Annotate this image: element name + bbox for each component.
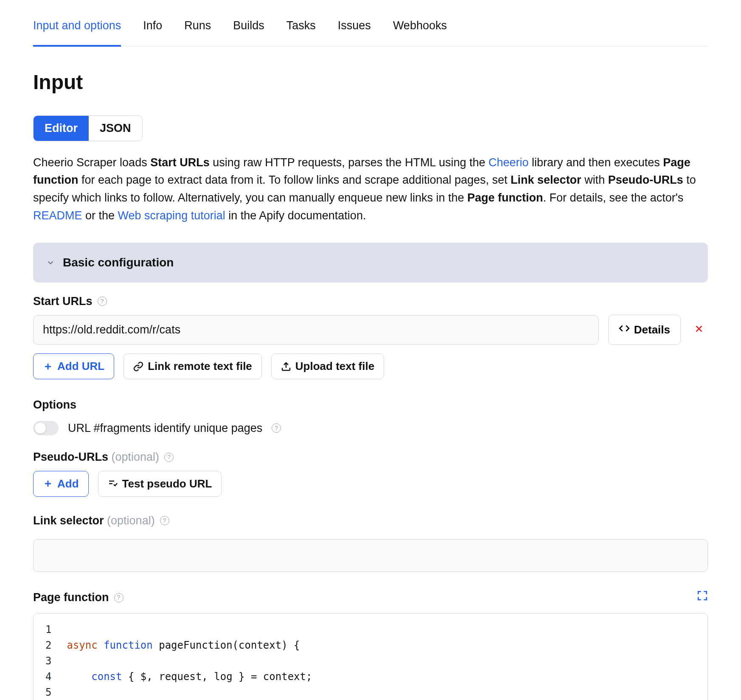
upload-file-label: Upload text file bbox=[295, 360, 374, 373]
upload-icon bbox=[281, 361, 291, 372]
code-token: { $, request, log } = context; bbox=[122, 671, 312, 683]
start-urls-label: Start URLs bbox=[33, 293, 93, 310]
desc-frag: . For details, see the actor's bbox=[543, 191, 684, 204]
tab-tasks[interactable]: Tasks bbox=[286, 17, 316, 46]
start-urls-buttons: Add URL Link remote text file Upload tex… bbox=[33, 353, 708, 379]
optional-text: (optional) bbox=[107, 514, 155, 527]
help-icon[interactable]: ? bbox=[164, 453, 174, 462]
section-basic-configuration[interactable]: Basic configuration bbox=[33, 243, 708, 283]
add-label: Add bbox=[57, 477, 79, 490]
start-url-row: Details bbox=[33, 315, 708, 345]
page-function-label: Page function bbox=[33, 589, 109, 606]
editor-json-toggle: Editor JSON bbox=[33, 115, 143, 141]
page-function-editor[interactable]: 123456789 async function pageFunction(co… bbox=[33, 613, 708, 700]
desc-frag: for each page to extract data from it. T… bbox=[78, 174, 511, 186]
code-gutter: 123456789 bbox=[34, 613, 59, 700]
pseudo-urls-label: Pseudo-URLs (optional) bbox=[33, 448, 159, 466]
tab-webhooks[interactable]: Webhooks bbox=[393, 17, 447, 46]
fragments-toggle-row: URL #fragments identify unique pages ? bbox=[33, 420, 708, 437]
section-title: Basic configuration bbox=[63, 254, 174, 272]
toggle-json[interactable]: JSON bbox=[89, 116, 142, 141]
help-icon[interactable]: ? bbox=[160, 516, 169, 525]
link-remote-label: Link remote text file bbox=[148, 360, 252, 373]
add-pseudo-url-button[interactable]: Add bbox=[33, 471, 89, 497]
link-selector-text: Link selector bbox=[33, 514, 107, 527]
desc-frag: in the Apify documentation. bbox=[225, 209, 366, 222]
link-icon bbox=[133, 361, 143, 372]
code-token: function bbox=[104, 639, 159, 651]
tab-issues[interactable]: Issues bbox=[338, 17, 371, 46]
desc-strong: Link selector bbox=[511, 174, 581, 186]
options-label: Options bbox=[33, 396, 76, 414]
code-token bbox=[67, 671, 91, 683]
tabs-bar: Input and options Info Runs Builds Tasks… bbox=[33, 0, 708, 47]
help-icon[interactable]: ? bbox=[114, 593, 124, 602]
pseudo-label-text: Pseudo-URLs bbox=[33, 451, 112, 463]
add-url-label: Add URL bbox=[57, 360, 104, 373]
details-label: Details bbox=[634, 323, 670, 336]
chevron-down-icon bbox=[46, 258, 55, 267]
options-label-row: Options bbox=[33, 396, 708, 414]
close-icon bbox=[693, 323, 705, 337]
link-cheerio[interactable]: Cheerio bbox=[488, 156, 529, 169]
tab-builds[interactable]: Builds bbox=[233, 17, 264, 46]
tab-info[interactable]: Info bbox=[143, 17, 162, 46]
tab-input-and-options[interactable]: Input and options bbox=[33, 17, 121, 46]
link-web-scraping-tutorial[interactable]: Web scraping tutorial bbox=[118, 209, 225, 222]
details-button[interactable]: Details bbox=[608, 315, 681, 345]
code-token: pageFunction(context) { bbox=[159, 639, 300, 651]
desc-strong: Pseudo-URLs bbox=[608, 174, 683, 186]
pseudo-urls-label-row: Pseudo-URLs (optional) ? bbox=[33, 448, 708, 466]
description-text: Cheerio Scraper loads Start URLs using r… bbox=[33, 154, 708, 225]
add-url-button[interactable]: Add URL bbox=[33, 353, 114, 379]
desc-frag: using raw HTTP requests, parses the HTML… bbox=[210, 156, 488, 169]
pseudo-urls-buttons: Add Test pseudo URL bbox=[33, 471, 708, 497]
fragments-label: URL #fragments identify unique pages bbox=[68, 420, 262, 437]
link-readme[interactable]: README bbox=[33, 209, 82, 222]
expand-icon[interactable] bbox=[697, 590, 708, 605]
help-icon[interactable]: ? bbox=[272, 423, 281, 433]
link-selector-label-row: Link selector (optional) ? bbox=[33, 512, 708, 529]
start-urls-label-row: Start URLs ? bbox=[33, 293, 708, 310]
start-url-input[interactable] bbox=[33, 315, 599, 344]
plus-icon bbox=[43, 479, 53, 489]
desc-frag: or the bbox=[82, 209, 118, 222]
code-token: async bbox=[67, 639, 104, 651]
test-pseudo-url-button[interactable]: Test pseudo URL bbox=[98, 471, 222, 497]
toggle-editor[interactable]: Editor bbox=[34, 116, 89, 141]
test-icon bbox=[108, 479, 118, 489]
desc-frag: Cheerio Scraper loads bbox=[33, 156, 150, 169]
code-token: const bbox=[91, 671, 122, 683]
help-icon[interactable]: ? bbox=[98, 297, 107, 306]
code-content[interactable]: async function pageFunction(context) { c… bbox=[59, 613, 595, 700]
link-selector-input[interactable] bbox=[33, 539, 708, 572]
tab-runs[interactable]: Runs bbox=[184, 17, 211, 46]
page-title: Input bbox=[33, 67, 708, 98]
link-remote-file-button[interactable]: Link remote text file bbox=[124, 353, 262, 379]
desc-frag: library and then executes bbox=[529, 156, 663, 169]
fragments-toggle[interactable] bbox=[33, 421, 59, 435]
link-selector-label: Link selector (optional) bbox=[33, 512, 155, 529]
upload-file-button[interactable]: Upload text file bbox=[271, 353, 384, 379]
plus-icon bbox=[43, 361, 53, 372]
code-icon bbox=[619, 323, 630, 337]
desc-frag: with bbox=[581, 174, 608, 186]
remove-url-button[interactable] bbox=[690, 319, 708, 341]
optional-text: (optional) bbox=[112, 451, 160, 463]
desc-strong: Page function bbox=[467, 191, 543, 204]
test-label: Test pseudo URL bbox=[122, 477, 212, 490]
desc-strong: Start URLs bbox=[150, 156, 210, 169]
page-function-header: Page function ? bbox=[33, 589, 708, 606]
